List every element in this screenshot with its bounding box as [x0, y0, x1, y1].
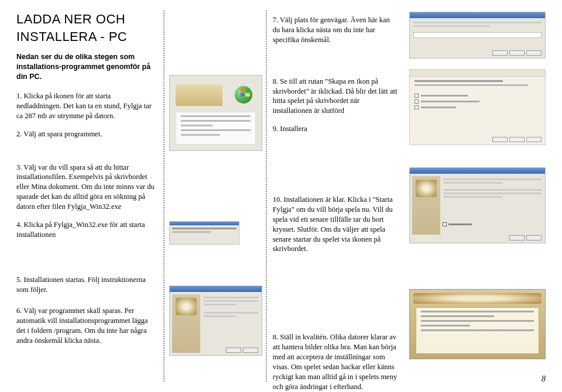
divider-dots-icon — [266, 11, 267, 381]
column-left: LADDA NER OCH INSTALLERA - PC Nedan ser … — [16, 11, 165, 381]
intro-text: Nedan ser du de olika stegen som install… — [16, 52, 157, 82]
screenshot-wizard-finish — [409, 167, 546, 243]
step-9: 9. Installera — [273, 124, 397, 134]
column-thumbs-right — [403, 11, 546, 381]
step-2: 2. Välj att spara programmet. — [16, 129, 157, 139]
screenshot-wizard-options — [409, 69, 546, 145]
column-thumbs-left — [165, 11, 267, 381]
step-4: 4. Klicka på Fylgja_Win32.exe för att st… — [16, 220, 157, 240]
step-5: 5. Installationen startas. Följ instrukt… — [16, 275, 157, 295]
page-number: 8 — [542, 374, 546, 385]
step-8b: 8. Ställ in kvalitén. Olika datorer klar… — [273, 332, 397, 391]
step-3: 3. Välj var du vill spara så att du hitt… — [16, 163, 157, 212]
divider-dots-icon — [163, 11, 165, 381]
screenshot-wizard-welcome — [169, 286, 262, 356]
column-mid-text: 7. Välj plats för genvägar. Även här kan… — [267, 11, 403, 381]
page-title: LADDA NER OCH INSTALLERA - PC — [16, 11, 157, 45]
screenshot-download-dialog — [169, 75, 262, 151]
step-1: 1. Klicka på ikonen för att starta nedla… — [16, 91, 157, 121]
step-6: 6. Välj var programmet skall sparas. Per… — [16, 306, 157, 346]
screenshot-wizard-shortcut — [409, 12, 546, 59]
step-8a: 8. Se till att rutan "Skapa en ikon på s… — [273, 77, 397, 116]
screenshot-exe-file — [169, 221, 239, 245]
screenshot-game-settings — [409, 289, 546, 359]
step-10: 10. Installationen är klar. Klicka i "St… — [273, 195, 397, 254]
step-7: 7. Välj plats för genvägar. Även här kan… — [273, 15, 397, 45]
